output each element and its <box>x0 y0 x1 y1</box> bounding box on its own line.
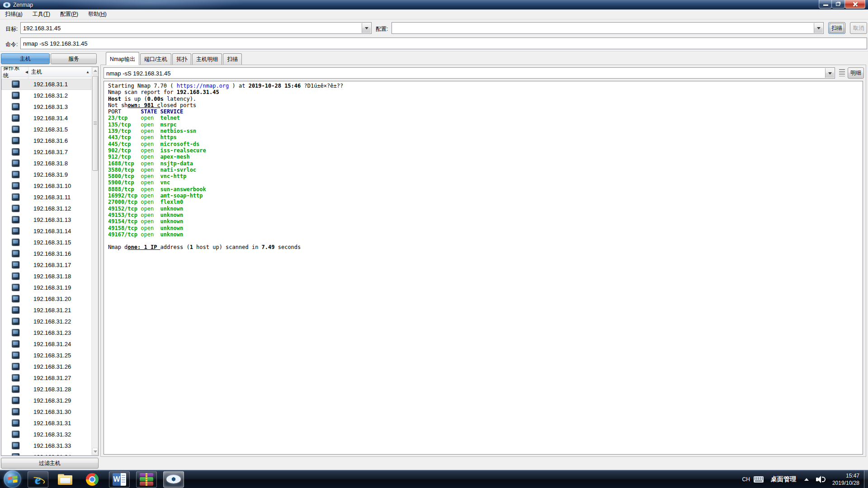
profile-combobox[interactable] <box>392 22 824 34</box>
details-button[interactable]: 明细 <box>848 67 864 79</box>
host-row[interactable]: 192.168.31.31 <box>1 418 91 429</box>
windows-os-icon <box>12 272 19 280</box>
tray-expand-icon[interactable] <box>804 478 809 481</box>
target-value: 192.168.31.45 <box>23 25 61 32</box>
filter-hosts-button[interactable]: 过滤主机 <box>1 458 99 469</box>
host-row[interactable]: 192.168.31.11 <box>1 192 91 203</box>
host-row[interactable]: 192.168.31.9 <box>1 169 91 180</box>
host-row[interactable]: 192.168.31.2 <box>1 90 91 101</box>
scroll-down-button[interactable] <box>92 448 98 455</box>
command-label: 命令: <box>5 41 18 48</box>
minimize-button[interactable] <box>819 0 832 9</box>
restore-icon <box>836 2 840 6</box>
menu-item[interactable]: 工具(T) <box>28 9 55 19</box>
host-row[interactable]: 192.168.31.4 <box>1 113 91 124</box>
host-ip: 192.168.31.34 <box>33 454 71 455</box>
taskbar-ie-button[interactable]: e <box>28 471 48 488</box>
host-row[interactable]: 192.168.31.1 <box>1 79 91 90</box>
host-ip: 192.168.31.10 <box>33 183 71 189</box>
output-tab[interactable]: 拓扑 <box>172 53 191 65</box>
menu-item[interactable]: 帮助(H) <box>83 9 112 19</box>
windows-os-icon <box>12 352 19 359</box>
tray-clock[interactable]: 15:47 2019/10/28 <box>832 472 859 487</box>
host-row[interactable]: 192.168.31.25 <box>1 350 91 361</box>
taskbar-chrome-button[interactable] <box>82 471 103 488</box>
speaker-icon[interactable] <box>816 476 826 483</box>
command-value: nmap -sS 192.168.31.45 <box>23 40 87 47</box>
host-ip: 192.168.31.25 <box>33 352 71 359</box>
host-ip: 192.168.31.31 <box>33 420 71 427</box>
host-row[interactable]: 192.168.31.28 <box>1 384 91 395</box>
host-row[interactable]: 192.168.31.7 <box>1 146 91 158</box>
host-row[interactable]: 192.168.31.29 <box>1 395 91 406</box>
target-dropdown-button[interactable] <box>362 23 371 33</box>
host-row[interactable]: 192.168.31.30 <box>1 406 91 418</box>
menu-item[interactable]: 扫描(a) <box>0 9 28 19</box>
host-row[interactable]: 192.168.31.26 <box>1 361 91 372</box>
show-desktop-button[interactable] <box>864 470 868 488</box>
nmap-output-text[interactable]: Starting Nmap 7.70 ( https://nmap.org ) … <box>104 81 863 455</box>
host-row[interactable]: 192.168.31.34 <box>1 451 91 455</box>
output-command-dropdown-button[interactable] <box>825 68 834 78</box>
windows-os-icon <box>12 419 19 427</box>
host-row[interactable]: 192.168.31.24 <box>1 338 91 350</box>
hosts-view-button[interactable]: 主机 <box>1 53 50 64</box>
host-row[interactable]: 192.168.31.16 <box>1 248 91 259</box>
output-tab[interactable]: 主机明细 <box>192 53 222 65</box>
restore-button[interactable] <box>832 0 845 9</box>
output-tab[interactable]: 端口/主机 <box>140 53 171 65</box>
host-row[interactable]: 192.168.31.18 <box>1 271 91 282</box>
scroll-up-button[interactable] <box>92 67 98 75</box>
start-button[interactable] <box>4 470 21 488</box>
target-combobox[interactable]: 192.168.31.45 <box>20 22 372 34</box>
close-button[interactable] <box>845 0 865 9</box>
host-row[interactable]: 192.168.31.21 <box>1 305 91 316</box>
taskbar-explorer-button[interactable] <box>55 471 75 488</box>
scrollbar-thumb[interactable] <box>92 76 98 171</box>
taskbar-zenmap-button[interactable] <box>163 471 184 488</box>
host-row[interactable]: 192.168.31.6 <box>1 135 91 146</box>
host-row[interactable]: 192.168.31.33 <box>1 440 91 451</box>
windows-os-icon <box>12 261 19 268</box>
host-row[interactable]: 192.168.31.20 <box>1 293 91 305</box>
command-input[interactable]: nmap -sS 192.168.31.45 <box>20 38 867 49</box>
windows-os-icon <box>12 385 19 393</box>
host-row[interactable]: 192.168.31.8 <box>1 158 91 169</box>
profile-dropdown-button[interactable] <box>814 23 823 33</box>
windows-flag-icon <box>7 475 18 484</box>
host-row[interactable]: 192.168.31.17 <box>1 259 91 271</box>
menu-item[interactable]: 配置(P) <box>55 9 83 19</box>
host-row[interactable]: 192.168.31.19 <box>1 282 91 293</box>
windows-os-icon <box>12 397 19 404</box>
windows-os-icon <box>12 171 19 178</box>
host-row[interactable]: 192.168.31.5 <box>1 124 91 135</box>
host-row[interactable]: 192.168.31.13 <box>1 214 91 225</box>
windows-os-icon <box>12 92 19 99</box>
output-command-combobox[interactable]: nmap -sS 192.168.31.45 <box>104 67 835 79</box>
language-indicator[interactable]: CH <box>742 476 750 483</box>
host-row[interactable]: 192.168.31.23 <box>1 327 91 338</box>
host-row[interactable]: 192.168.31.12 <box>1 203 91 214</box>
column-os[interactable]: 操作系统◀ <box>1 66 28 80</box>
windows-os-icon <box>12 227 19 235</box>
folder-icon <box>58 474 72 485</box>
host-row[interactable]: 192.168.31.3 <box>1 101 91 113</box>
output-tab[interactable]: Nmap输出 <box>106 52 139 65</box>
host-row[interactable]: 192.168.31.14 <box>1 225 91 237</box>
output-tab[interactable]: 扫描 <box>223 53 242 65</box>
services-view-button[interactable]: 服务 <box>51 53 97 64</box>
host-row[interactable]: 192.168.31.27 <box>1 372 91 384</box>
keyboard-icon[interactable] <box>754 476 764 483</box>
host-row[interactable]: 192.168.31.10 <box>1 180 91 192</box>
host-row[interactable]: 192.168.31.22 <box>1 316 91 327</box>
winrar-icon <box>140 473 153 486</box>
taskbar-winrar-button[interactable] <box>136 471 157 488</box>
scan-button[interactable]: 扫描 <box>828 22 845 34</box>
desktop-manager-label[interactable]: 桌面管理 <box>771 475 796 483</box>
hosts-scrollbar[interactable] <box>91 67 98 455</box>
cancel-button[interactable]: 取消 <box>850 22 867 34</box>
taskbar-word-button[interactable]: W <box>109 471 130 488</box>
host-row[interactable]: 192.168.31.32 <box>1 429 91 440</box>
host-row[interactable]: 192.168.31.15 <box>1 237 91 248</box>
column-host[interactable]: 主机▲ <box>28 68 91 76</box>
